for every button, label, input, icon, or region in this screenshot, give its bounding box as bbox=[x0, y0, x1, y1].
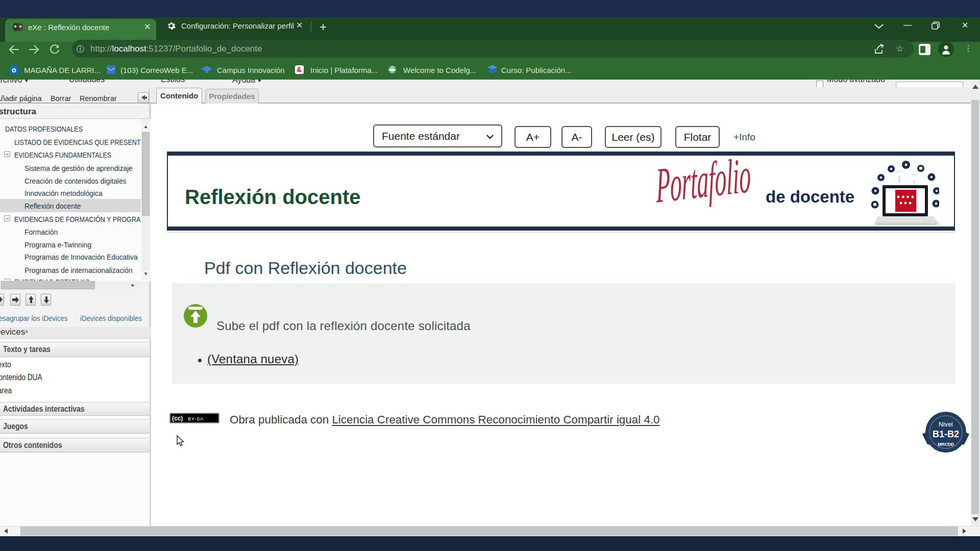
svg-text:MRCDD: MRCDD bbox=[938, 442, 954, 447]
svg-text:B1-B2: B1-B2 bbox=[933, 429, 959, 439]
svg-text:Nivel: Nivel bbox=[939, 421, 953, 428]
